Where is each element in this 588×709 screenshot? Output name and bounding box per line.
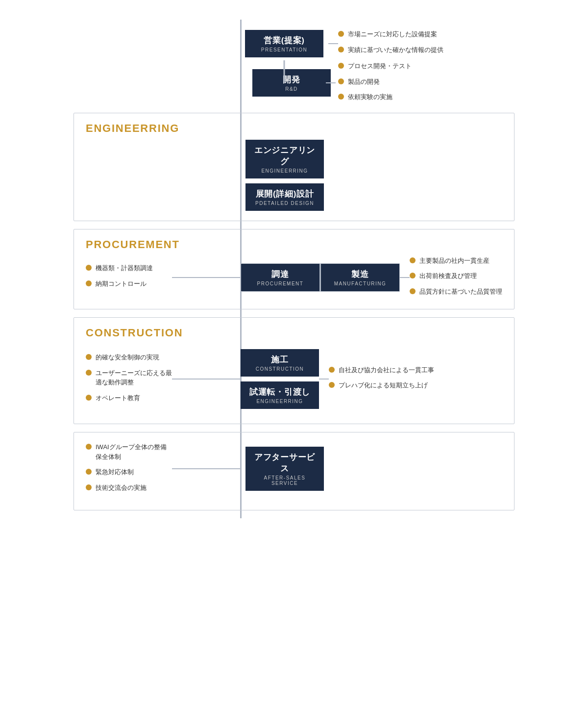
presentation-center: 営業(提案) PRESENTATION [240,30,328,57]
bullet-dot [86,370,92,376]
bullet-dot [410,288,416,294]
proc-boxes-frame: 調達 PROCUREMENT 製造 MANUFACTURING [241,263,400,292]
const-en: CONSTRUCTION [249,366,310,372]
after-left-hline [172,468,241,469]
after-en: AFTER-SALES SERVICE [254,475,315,486]
full-diagram: 営業(提案) PRESENTATION 市場ニーズに対応した設備提案 実績に基づ… [74,20,514,518]
after-jp: アフターサービス [254,452,315,474]
eng-en: ENGINEERRING [254,168,315,174]
bullet-item: 納期コントロール [86,279,172,289]
engineering-row: エンジニアリング ENGINEERRING [74,140,514,178]
proc-left-hline [172,277,241,278]
construction-left-bullets: 的確な安全制御の実現 ユーザーニーズに応える最適な動作調整 オペレート教育 [74,344,172,414]
proc-right-connector [400,277,410,278]
bullet-item: 実績に基づいた確かな情報の提供 [338,45,514,55]
bullet-dot [86,469,92,475]
bullet-dot [329,382,335,388]
engineering-frame: ENGINEERRING エンジニアリング ENGINEERRING 展開(詳細… [74,113,514,221]
presentation-row: 営業(提案) PRESENTATION 市場ニーズに対応した設備提案 実績に基づ… [74,29,514,57]
comm-jp: 試運転・引渡し [249,386,310,398]
bullet-text: 実績に基づいた確かな情報の提供 [348,45,443,55]
commissioning-box: 試運転・引渡し ENGINEERRING [241,381,319,409]
bullet-item: 依頼実験の実施 [338,92,514,102]
mfg-en: MANUFACTURING [330,281,391,286]
mfg-jp: 製造 [330,269,391,280]
const-left-bullets-col: 的確な安全制御の実現 ユーザーニーズに応える最適な動作調整 オペレート教育 [86,353,172,405]
comm-en: ENGINEERRING [249,399,310,404]
bullet-text: 出荷前検査及び管理 [419,271,477,281]
bullet-text: 技術交流会の実施 [96,483,147,493]
bullet-item: 出荷前検査及び管理 [410,271,514,281]
bullet-dot [410,257,416,263]
rnd-top-connector [284,60,285,83]
bullet-text: 依頼実験の実施 [348,92,392,102]
bullet-text: 緊急対応体制 [96,467,134,477]
dd-center: 展開(詳細)設計 PDETAILED DESIGN [241,183,329,211]
procurement-frame: PROCUREMENT 機器類・計器類調達 納期コントロール [74,229,514,310]
proc-jp: 調達 [250,269,311,280]
dd-en: PDETAILED DESIGN [254,201,315,206]
bullet-text: 機器類・計器類調達 [96,263,153,273]
bullet-dot [338,94,344,100]
presentation-bullets: 市場ニーズに対応した設備提案 実績に基づいた確かな情報の提供 [328,29,514,57]
rnd-box: 開発 R&D [252,69,331,97]
procurement-row: 機器類・計器類調達 納期コントロール 調達 PROCURE [74,256,514,300]
procurement-title: PROCUREMENT [74,229,514,256]
bullet-dot [329,367,335,373]
bullet-dot [86,265,92,271]
rnd-jp: 開発 [261,74,322,85]
rnd-en: R&D [261,86,322,92]
presentation-en: PRESENTATION [254,47,315,52]
bullet-item: プロセス開発・テスト [338,61,514,71]
construction-frame: CONSTRUCTION 的確な安全制御の実現 ユーザーニーズに応える最適な動作… [74,317,514,424]
proc-en: PROCUREMENT [250,281,311,286]
bullet-item: 技術交流会の実施 [86,483,172,493]
bullet-text: 主要製品の社内一貫生産 [419,256,490,266]
dd-jp: 展開(詳細)設計 [254,188,315,200]
bullet-text: オペレート教育 [96,393,140,403]
eng-center: エンジニアリング ENGINEERRING [241,140,329,178]
bullet-item: 主要製品の社内一貫生産 [410,256,514,266]
bullet-text: プロセス開発・テスト [348,61,412,71]
engineering-title: ENGINEERRING [74,113,514,140]
const-right-connector [319,379,329,380]
bullet-item: IWAIグループ全体の整備保全体制 [86,442,172,461]
construction-content: 的確な安全制御の実現 ユーザーニーズに応える最適な動作調整 オペレート教育 [74,344,514,414]
detailed-design-box: 展開(詳細)設計 PDETAILED DESIGN [245,183,324,211]
rnd-center: 開発 R&D [240,69,328,97]
proc-right-bullets-col: 主要製品の社内一貫生産 出荷前検査及び管理 品質方針に基づいた品質管理 [410,256,514,300]
const-left-spacer [172,344,241,414]
construction-box: 施工 CONSTRUCTION [241,349,319,377]
bullet-dot [86,280,92,286]
bullet-item: プレハブ化による短期立ち上げ [329,380,434,390]
top-section: 営業(提案) PRESENTATION 市場ニーズに対応した設備提案 実績に基づ… [74,20,514,105]
bullet-item: 品質方針に基づいた品質管理 [410,287,514,297]
bullet-text: 品質方針に基づいた品質管理 [419,287,502,297]
eng-jp: エンジニアリング [254,145,315,167]
bullet-dot [86,484,92,490]
rnd-bullets: プロセス開発・テスト 製品の開発 依頼実験の実施 [328,61,514,105]
const-jp: 施工 [249,354,310,365]
rnd-right-connector [326,82,336,83]
bullet-dot [338,47,344,52]
bullet-dot [338,78,344,84]
after-sales-left-bullets: IWAIグループ全体の整備保全体制 緊急対応体制 技術交流会の実施 [74,442,172,495]
bullet-text: ユーザーニーズに応える最適な動作調整 [96,368,172,387]
after-sales-frame: IWAIグループ全体の整備保全体制 緊急対応体制 技術交流会の実施 [74,432,514,510]
bullet-item: 緊急対応体制 [86,467,172,477]
const-boxes: 施工 CONSTRUCTION 試運転・引渡し ENGINEERRING [241,344,319,414]
proc-left-bullets-col: 機器類・計器類調達 納期コントロール [86,263,172,291]
bullet-text: 納期コントロール [96,279,147,289]
detailed-design-row: 展開(詳細)設計 PDETAILED DESIGN [74,183,514,211]
const-left-hline [172,379,241,380]
rnd-bullets-col: プロセス開発・テスト 製品の開発 依頼実験の実施 [338,61,514,105]
bullet-text: プレハブ化による短期立ち上げ [339,380,428,390]
after-sales-box: アフターサービス AFTER-SALES SERVICE [245,447,324,491]
bullet-dot [338,31,344,37]
bullet-text: 自社及び協力会社による一貫工事 [339,365,434,375]
bullet-item: 製品の開発 [338,77,514,87]
const-right-bullets-col: 自社及び協力会社による一貫工事 プレハブ化による短期立ち上げ [329,365,434,393]
bullet-text: IWAIグループ全体の整備保全体制 [96,442,172,461]
bullet-item: 市場ニーズに対応した設備提案 [338,29,514,39]
bullet-text: 市場ニーズに対応した設備提案 [348,29,437,39]
